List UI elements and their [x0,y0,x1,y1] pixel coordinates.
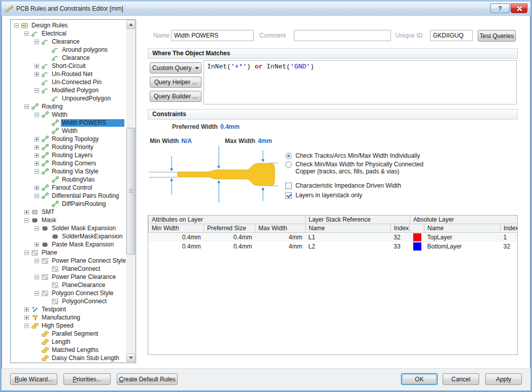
tree-item-routingvias[interactable]: RoutingVias [11,175,126,184]
table-column-header-name[interactable]: Name [424,224,501,233]
cancel-button[interactable]: Cancel [443,373,479,385]
priorities-button[interactable]: Priorities... [63,373,111,385]
cell-abs-name[interactable]: BottomLayer [424,242,501,251]
collapse-icon[interactable] [24,104,29,109]
cell-abs-index[interactable]: 1 [501,233,518,242]
tree-item-solder-mask-expansion[interactable]: Solder Mask Expansion [11,224,126,232]
expand-icon[interactable] [35,161,39,166]
tree-item-routing-priority[interactable]: Routing Priority [11,143,126,151]
checkbox-checked-icon[interactable] [285,192,292,199]
collapse-icon[interactable] [35,275,39,279]
cell-stack-index[interactable]: 32 [391,233,410,242]
collapse-icon[interactable] [24,324,29,328]
tree-item-smt[interactable]: SMT [11,208,126,216]
expand-icon[interactable] [24,210,29,215]
tree-item-length[interactable]: Length [11,338,126,346]
checkbox-icon[interactable] [285,183,292,189]
query-helper-button[interactable]: Query Helper ... [150,77,202,88]
cell-min-width[interactable]: 0.4mm [149,242,204,251]
expand-icon[interactable] [35,64,39,68]
tree-item-testpoint[interactable]: Testpoint [11,305,126,313]
tree-item-width-powers[interactable]: Width POWERS [11,119,126,127]
title-bar[interactable]: PCB Rules and Constraints Editor [mm] ? [2,2,530,16]
collapse-icon[interactable] [35,40,39,44]
tree-item-clearance[interactable]: Clearance [11,38,126,46]
scrollbar-thumb[interactable] [126,128,135,255]
tree-item-mask[interactable]: Mask [11,216,126,224]
collapse-icon[interactable] [35,169,39,174]
cell-abs-index[interactable]: 32 [501,242,518,251]
scroll-up-button[interactable] [126,20,135,29]
expand-icon[interactable] [24,307,29,312]
expand-icon[interactable] [35,72,39,77]
apply-button[interactable]: Apply [485,373,522,385]
collapse-icon[interactable] [35,291,39,296]
table-row[interactable]: 0.4mm0.4mm4mmL132TopLayer1 [149,233,518,242]
tree-item-routing-topology[interactable]: Routing Topology [11,135,126,143]
query-expression-editor[interactable]: InNet('+*') or InNet('GND') [204,60,517,104]
collapse-icon[interactable] [24,31,29,36]
query-builder-button[interactable]: Query Builder ... [150,91,202,102]
table-column-header-name[interactable]: Name [306,224,391,233]
cell-preferred-size[interactable]: 0.4mm [204,242,255,251]
tree-item-diffpairsrouting[interactable]: DiffPairsRouting [11,200,126,208]
cell-max-width[interactable]: 4mm [255,242,306,251]
tree-item-routing[interactable]: Routing [11,102,126,111]
tree-item-planeclearance[interactable]: PlaneClearance [11,281,126,289]
tree-item-width[interactable]: Width [11,127,126,135]
unique-id-input[interactable] [430,30,473,41]
tree-item-electrical[interactable]: Electrical [11,29,126,38]
expand-icon[interactable] [35,137,39,141]
checkbox-option-layers-in-layerstack-only[interactable]: Layers in layerstack only [285,192,362,199]
tree-item-width[interactable]: Width [11,111,126,119]
test-queries-button[interactable]: Test Queries [478,30,516,42]
expand-icon[interactable] [35,242,39,247]
table-column-header-color[interactable] [410,224,424,233]
tree-item-around-polygons[interactable]: Around polygons [11,46,126,54]
radio-selected-icon[interactable] [285,153,292,159]
tree-item-clearance[interactable]: Clearance [11,54,126,62]
close-button[interactable] [511,4,527,13]
tree-item-routing-via-style[interactable]: Routing Via Style [11,167,126,175]
tree-item-unpouredpolygon[interactable]: UnpouredPolygon [11,94,126,102]
tree-item-polygon-connect-style[interactable]: Polygon Connect Style [11,289,126,297]
ok-button[interactable]: OK [401,373,438,385]
tree-item-fanout-control[interactable]: Fanout Control [11,184,126,192]
cell-layer-color[interactable] [410,242,424,251]
tree-item-matched-lengths[interactable]: Matched Lengths [11,346,126,354]
tree-item-daisy-chain-stub-length[interactable]: Daisy Chain Stub Length [11,354,126,362]
radio-icon[interactable] [285,161,292,168]
collapse-icon[interactable] [35,259,39,263]
tree-item-routing-layers[interactable]: Routing Layers [11,151,126,159]
cell-stack-name[interactable]: L1 [306,233,391,242]
table-row[interactable]: 0.4mm0.4mm4mmL233BottomLayer32 [149,242,518,251]
expand-icon[interactable] [24,315,29,320]
create-default-rules-button[interactable]: Create Default Rules [117,373,178,385]
name-input[interactable] [171,30,254,41]
expand-icon[interactable] [35,153,39,158]
collapse-icon[interactable] [35,113,39,117]
checkbox-option-characteristic-impedance-drive[interactable]: Characteristic Impedance Driven Width [285,182,401,189]
tree-item-un-connected-pin[interactable]: Un-Connected Pin [11,78,126,86]
query-kind-dropdown[interactable]: Custom Query [150,62,202,74]
tree-item-planeconnect[interactable]: PlaneConnect [11,265,126,273]
cell-abs-name[interactable]: TopLayer [424,233,501,242]
expand-icon[interactable] [35,186,39,190]
cell-stack-name[interactable]: L2 [306,242,391,251]
collapse-icon[interactable] [35,226,39,231]
expand-icon[interactable] [35,145,39,150]
table-column-header-index[interactable]: Index [501,224,518,233]
tree-item-power-plane-clearance[interactable]: Power Plane Clearance [11,273,126,281]
table-column-header-index[interactable]: Index [391,224,410,233]
table-column-header-preferred-size[interactable]: Preferred Size [204,224,255,233]
collapse-icon[interactable] [35,88,39,93]
tree-item-design-rules[interactable]: Design Rules [11,21,126,29]
table-column-header-max-width[interactable]: Max Width [255,224,306,233]
tree-item-high-speed[interactable]: High Speed [11,322,126,330]
cell-stack-index[interactable]: 33 [391,242,410,251]
collapse-icon[interactable] [24,251,29,255]
tree-item-modified-polygon[interactable]: Modified Polygon [11,86,126,94]
radio-option-check-min-max-width-for-physic[interactable]: Check Min/Max Width for Physically Conne… [285,161,423,175]
tree-item-differential-pairs-routing[interactable]: Differential Pairs Routing [11,192,126,200]
rule-wizard-button[interactable]: Rule Wizard... [10,373,57,385]
